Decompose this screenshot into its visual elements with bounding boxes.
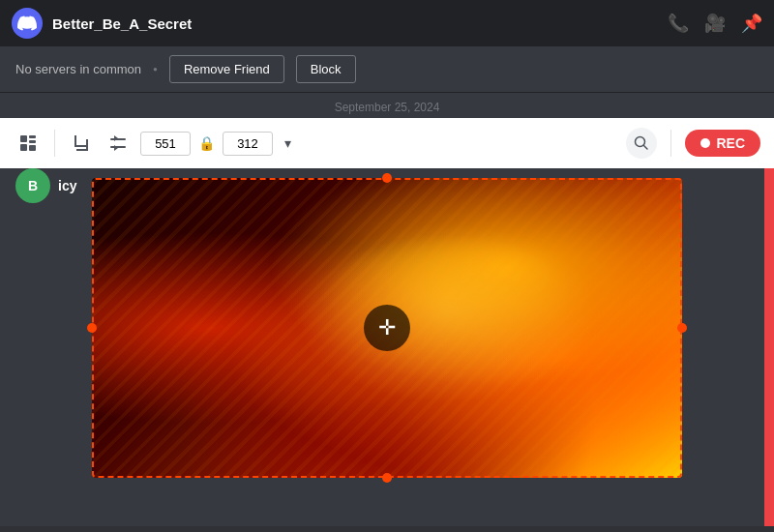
- svg-rect-2: [29, 140, 36, 143]
- rec-dot: [700, 138, 710, 148]
- avatar-row: B icy: [15, 168, 76, 203]
- handle-top-center[interactable]: [382, 173, 392, 183]
- layout-icon[interactable]: [14, 131, 43, 156]
- lock-icon: 🔒: [198, 135, 215, 151]
- handle-right-center[interactable]: [677, 323, 687, 333]
- no-servers-text: No servers in common: [15, 62, 141, 76]
- date-label: September 25, 2024: [335, 101, 440, 114]
- crop-icon[interactable]: [67, 131, 96, 156]
- rec-button[interactable]: REC: [685, 130, 760, 157]
- pin-icon[interactable]: 📌: [741, 13, 762, 34]
- rec-label: REC: [716, 135, 745, 151]
- height-input[interactable]: [223, 132, 273, 156]
- width-input[interactable]: [140, 132, 191, 156]
- phone-icon[interactable]: 📞: [668, 13, 689, 34]
- svg-rect-1: [29, 135, 36, 138]
- svg-rect-9: [110, 138, 126, 140]
- svg-rect-6: [74, 145, 86, 147]
- video-icon[interactable]: 🎥: [704, 13, 726, 34]
- search-button[interactable]: [626, 128, 657, 159]
- move-icon: ✛: [378, 315, 396, 340]
- title-bar: Better_Be_A_Secret 📞 🎥 📌: [0, 0, 774, 46]
- remove-friend-button[interactable]: Remove Friend: [169, 55, 284, 83]
- dot-separator: ●: [153, 65, 158, 74]
- discord-logo: [12, 8, 43, 39]
- dropdown-button[interactable]: ▾: [281, 132, 295, 155]
- selected-image-container[interactable]: ✛: [92, 178, 682, 478]
- svg-rect-4: [29, 145, 36, 151]
- svg-rect-10: [110, 146, 126, 148]
- avatar: B: [15, 168, 50, 203]
- move-cursor[interactable]: ✛: [364, 305, 410, 351]
- svg-line-14: [644, 146, 648, 150]
- divider-2: [670, 130, 671, 157]
- svg-marker-11: [114, 135, 118, 141]
- handle-bottom-center[interactable]: [382, 473, 392, 483]
- chat-username: icy: [58, 178, 76, 193]
- svg-rect-8: [76, 149, 88, 151]
- date-separator: September 25, 2024: [0, 93, 774, 118]
- avatar-initial: B: [28, 178, 38, 193]
- username-title: Better_Be_A_Secret: [52, 15, 658, 32]
- block-button[interactable]: Block: [296, 55, 356, 83]
- handle-left-center[interactable]: [87, 323, 97, 333]
- divider-1: [54, 130, 55, 157]
- svg-marker-12: [114, 145, 118, 151]
- right-strip: [764, 168, 774, 526]
- svg-rect-3: [20, 144, 27, 151]
- trim-icon[interactable]: [104, 131, 133, 156]
- svg-rect-0: [20, 135, 27, 142]
- title-icons: 📞 🎥 📌: [668, 13, 762, 34]
- toolbar: 🔒 ▾ REC: [0, 118, 774, 168]
- sub-header: No servers in common ● Remove Friend Blo…: [0, 46, 774, 93]
- content-area: B icy ✛: [0, 168, 774, 526]
